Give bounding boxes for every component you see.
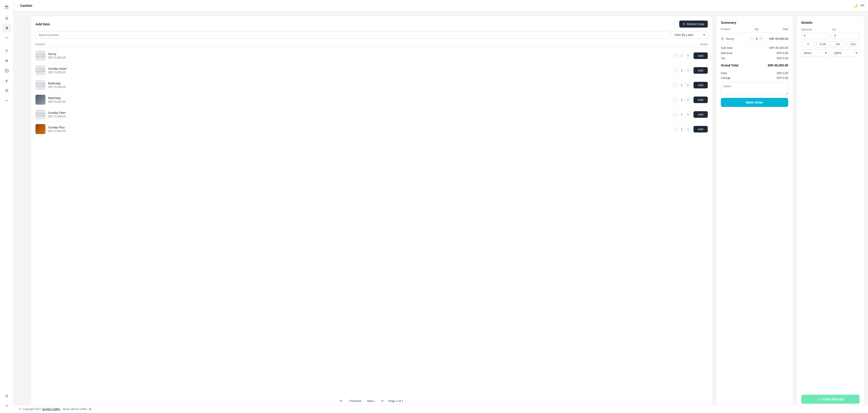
- grand-total-label: Grand Total: [721, 64, 739, 67]
- details-discount-tax-row: Discount Tax: [801, 28, 860, 39]
- img-placeholder: NO IMAGEAVAILABLE: [35, 80, 45, 90]
- page-prev-button[interactable]: ‹ Previous: [346, 398, 364, 404]
- product-price: IDR 15,000.00: [48, 86, 670, 89]
- sidebar-item-more2[interactable]: •••: [2, 96, 11, 105]
- qty-decrease-button[interactable]: −: [673, 112, 678, 117]
- sidebar-item-gallery[interactable]: [2, 66, 11, 75]
- img-placeholder: NO IMAGEAVAILABLE: [35, 65, 45, 75]
- page-first-button[interactable]: ⇤: [338, 398, 344, 404]
- product-name: Butterday: [48, 82, 670, 85]
- product-image: NO IMAGEAVAILABLE: [35, 65, 45, 75]
- pct-11-button[interactable]: 11%: [846, 41, 860, 47]
- col-action-header: Action: [700, 43, 708, 46]
- product-image: [35, 95, 45, 105]
- footer-tagline: . Made without coffee: [61, 408, 87, 411]
- sidebar-item-grid[interactable]: ⊞: [2, 13, 11, 23]
- payment-method-select[interactable]: Direct: [801, 50, 829, 57]
- lang-selector[interactable]: FR: [861, 4, 864, 7]
- theme-icon[interactable]: 🌙: [853, 3, 858, 8]
- page-info: Page 1 of 1: [386, 398, 405, 404]
- add-button[interactable]: Add: [693, 82, 708, 88]
- qty-increase-button[interactable]: +: [685, 82, 691, 88]
- add-button[interactable]: Add: [693, 97, 708, 103]
- product-price: IDR 15,000.00: [48, 71, 670, 74]
- sidebar-item-more1[interactable]: •••: [2, 33, 11, 42]
- qty-increase-button[interactable]: +: [685, 112, 691, 117]
- product-name: Sunday Hazel: [48, 67, 670, 70]
- qty-decrease-button[interactable]: −: [673, 68, 678, 73]
- summary-item-total: IDR 45,000.00: [766, 37, 788, 40]
- sidebar-item-orders[interactable]: [2, 46, 11, 55]
- sidebar-item-products[interactable]: [2, 56, 11, 65]
- discount-label: Discount: [721, 51, 733, 55]
- tax-input[interactable]: [832, 32, 860, 39]
- sidebar-item-pos[interactable]: 🖥: [2, 24, 11, 33]
- summary-col-product: Product: [721, 28, 747, 31]
- pct-02-button[interactable]: 0.2%: [816, 41, 830, 47]
- notes-textarea[interactable]: [721, 83, 788, 95]
- qty-increase-button[interactable]: +: [685, 97, 691, 102]
- qty-increase-button[interactable]: +: [685, 53, 691, 58]
- checkmark-icon: ✓: [817, 398, 820, 401]
- qty-decrease-button[interactable]: −: [673, 97, 678, 102]
- summary-col-qty: Qty: [747, 28, 766, 31]
- col-product-header: Product: [35, 43, 700, 46]
- add-button[interactable]: Add: [693, 53, 708, 59]
- summary-title: Summary: [721, 21, 788, 24]
- product-info: Sunday Pisu IDR 15,000.00: [48, 126, 670, 133]
- pagination: ⇤ ‹ Previous Next › ⇥ Page 1 of 1: [35, 395, 708, 404]
- paid-label: Paid: [721, 71, 727, 75]
- product-list: NO IMAGEAVAILABLE Suncy IDR 15,000.00 − …: [35, 49, 708, 395]
- grand-total-value: IDR 45,000.00: [768, 64, 788, 67]
- topbar-chevron-icon[interactable]: ›: [17, 4, 18, 7]
- product-image: NO IMAGEAVAILABLE: [35, 51, 45, 61]
- summary-qty-decrease[interactable]: −: [750, 36, 754, 41]
- next-icon: ›: [374, 399, 375, 403]
- company-link[interactable]: Sunday Coffee: [42, 408, 60, 411]
- make-order-button[interactable]: Make Order: [721, 98, 788, 107]
- sidebar-logo: ☕: [3, 3, 11, 11]
- page-next-button[interactable]: Next ›: [365, 398, 377, 404]
- list-item: Sunday Pisu IDR 15,000.00 − 1 + Add: [35, 122, 708, 136]
- sidebar: ☕ ⊞ 🖥 ••• $ ••• ⚙ ↪: [0, 0, 13, 413]
- qty-decrease-button[interactable]: −: [673, 53, 678, 58]
- prev-icon: ‹: [348, 399, 349, 403]
- svg-point-3: [6, 60, 8, 62]
- product-price: IDR 15,000.00: [48, 100, 670, 103]
- qty-decrease-button[interactable]: −: [673, 126, 678, 132]
- discount-input[interactable]: [801, 32, 829, 39]
- list-item: NO IMAGEAVAILABLE Butterday IDR 15,000.0…: [35, 78, 708, 92]
- sidebar-item-settings[interactable]: ⚙: [2, 391, 11, 400]
- sidebar-item-finance[interactable]: $: [2, 76, 11, 85]
- payment-type-select[interactable]: QRIS: [832, 50, 860, 57]
- delete-icon[interactable]: 🗑: [721, 37, 724, 40]
- page-last-button[interactable]: ⇥: [379, 398, 385, 404]
- qty-increase-button[interactable]: +: [685, 126, 691, 132]
- tax-field: Tax: [832, 28, 860, 39]
- create-receipt-button[interactable]: ✓ Create Receipt: [801, 395, 860, 404]
- charge-label: Charge: [721, 76, 731, 80]
- sidebar-item-logout[interactable]: ↪: [2, 401, 11, 410]
- qty-controls: − 1 +: [673, 112, 691, 117]
- charge-value: IDR 0.00: [777, 76, 788, 80]
- pct-0-button[interactable]: 0: [801, 41, 815, 47]
- add-button[interactable]: Add: [693, 126, 708, 132]
- copyright-icon: ©: [19, 408, 21, 411]
- product-price: IDR 15,000.00: [48, 56, 670, 59]
- refresh-button[interactable]: ↻ Refresh Data: [679, 21, 708, 28]
- main-content: Add Item ↻ Refresh Data Filter By Label …: [27, 11, 868, 413]
- product-name: Sunday Pisu: [48, 126, 670, 129]
- search-input[interactable]: [35, 31, 669, 39]
- filter-select[interactable]: Filter By Label: [672, 31, 708, 39]
- discount-field: Discount: [801, 28, 829, 39]
- qty-controls: − 1 +: [673, 82, 691, 88]
- qty-increase-button[interactable]: +: [685, 68, 691, 73]
- add-button[interactable]: Add: [693, 67, 708, 74]
- sidebar-item-users[interactable]: [2, 86, 11, 95]
- summary-item-row: 🗑 Suncy − 3 + IDR 45,000.00: [721, 35, 788, 43]
- pct-5-button[interactable]: 5%: [831, 41, 845, 47]
- add-button[interactable]: Add: [693, 111, 708, 118]
- qty-controls: − 1 +: [673, 97, 691, 102]
- summary-qty-increase[interactable]: +: [759, 36, 763, 41]
- qty-decrease-button[interactable]: −: [673, 82, 678, 88]
